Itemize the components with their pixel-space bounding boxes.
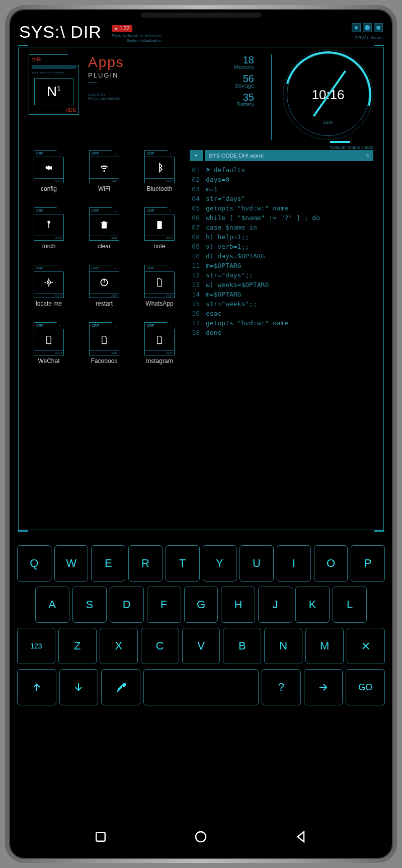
key-shift-down[interactable] [59,669,99,705]
app-label: torch [42,243,56,250]
header-title: SYS:\ DIR [19,22,102,42]
header-icon-1[interactable] [352,23,361,32]
app-label: WeChat [38,357,59,365]
app-icon: CRP ▾ GDR [34,150,64,183]
clock-widget[interactable]: 10:16 GDR [283,49,373,140]
key-g[interactable]: G [184,587,218,623]
nav-back[interactable] [294,829,309,846]
key-t[interactable]: T [166,545,200,582]
header-icon-2[interactable] [363,23,372,32]
app-icon: CRP ▾ GDR [89,207,119,241]
key-123[interactable]: 123 [17,628,55,664]
code-line: 02days=0 [190,175,373,184]
key-q[interactable]: Q [17,545,51,582]
key-shift-up[interactable] [17,669,56,705]
app-instagram[interactable]: CRP ▾ GDR Instagram [139,322,180,365]
app-icon: CRP ▾ GDR [144,150,175,183]
key-n[interactable]: N [264,628,302,664]
key-x[interactable]: X [100,628,138,664]
apps-desc: Look at thelife you can read this [88,93,124,101]
code-line: 04str="days" [190,194,373,203]
code-menu-icon[interactable]: ≡ [366,153,369,159]
app-wifi[interactable]: CRP ▾ GDR WiFi [84,150,124,192]
network-status: Network status stable [330,141,373,150]
code-line: 09 v) verb=1;; [190,242,373,251]
key-h[interactable]: H [221,587,255,623]
app-locate-me[interactable]: CRP ▾ GDR locate me [29,265,69,307]
code-line: 07 case $name in [190,223,373,232]
header-icon-3[interactable] [374,23,383,32]
key-l[interactable]: L [333,587,367,623]
code-dropdown[interactable] [190,150,203,161]
key-s[interactable]: S [72,587,107,623]
key-tools[interactable] [101,669,140,705]
key-w[interactable]: W [54,545,89,582]
app-icon: CRP ▾ GDR [34,207,64,241]
key-question[interactable]: ? [262,669,301,705]
key-k[interactable]: K [295,587,330,623]
n-card[interactable]: VIR slow network is detected N1 RDS [29,54,79,115]
code-line: 03m=1 [190,184,373,194]
app-restart[interactable]: CRP ▾ GDR restart [84,265,124,307]
storage-lbl: Storage [234,83,254,89]
app-label: note [153,243,165,250]
app-wechat[interactable]: CRP ▾ GDR WeChat [29,322,69,365]
key-go[interactable]: GO [346,669,385,705]
code-line: 18 done [190,328,373,337]
app-config[interactable]: CRP ▾ GDR config [29,150,69,192]
code-line: 14 m=$OPTARG [190,290,373,299]
key-j[interactable]: J [258,587,292,623]
key-m[interactable]: M [305,628,344,664]
key-arrow-right[interactable] [304,669,343,705]
key-space[interactable] [143,669,259,705]
key-c[interactable]: C [141,628,179,664]
app-bluetooth[interactable]: CRP ▾ GDR Bluetooth [139,150,180,192]
key-y[interactable]: Y [203,545,237,582]
key-b[interactable]: B [223,628,261,664]
app-icon: CRP ▾ GDR [144,265,175,298]
notch-bar [10,10,392,20]
nav-home[interactable] [193,829,208,846]
clock-gdr: GDR [323,120,333,125]
key-i[interactable]: I [277,545,311,582]
code-line: 08 h) help=1;; [190,232,373,242]
key-e[interactable]: E [91,545,125,582]
main-panel: VIR slow network is detected N1 RDS Apps… [18,47,384,530]
key-v[interactable]: V [182,628,220,664]
key-a[interactable]: A [35,587,69,623]
stats: 18 Memory 56 Storage 35 Battery [234,54,257,140]
app-icon: CRP ▾ GDR [144,322,175,355]
key-u[interactable]: U [239,545,274,582]
code-panel: SYS CODE DH\ worm ≡ 01# defaults02days=0… [190,150,373,365]
code-line: 16 esac [190,309,373,318]
app-facebook[interactable]: CRP ▾ GDR Facebook [84,322,124,365]
app-note[interactable]: CRP ▾ GDR note [139,207,180,250]
key-p[interactable]: P [351,545,385,582]
key-backspace[interactable] [347,628,385,664]
apps-sub: PLUGIN [88,71,124,79]
key-z[interactable]: Z [58,628,97,664]
code-line: 01# defaults [190,165,373,175]
app-label: locate me [36,300,62,307]
key-f[interactable]: F [147,587,181,623]
code-line: 05getopts "hvd:w:" name [190,203,373,213]
svg-point-3 [48,282,50,283]
version-badge: v. 1.32 [112,25,132,32]
app-clear[interactable]: CRP ▾ GDR clear [84,207,124,250]
app-icon: CRP ▾ GDR [89,150,119,183]
key-r[interactable]: R [128,545,163,582]
nav-recent[interactable] [93,829,108,846]
header-meta: v. 1.32 Slow network is detected System … [112,23,162,43]
keyboard: QWERTYUIOP ASDFGHJKL 123ZXCVBNM ?GO [10,545,392,710]
key-o[interactable]: O [314,545,348,582]
app-icon: CRP ▾ GDR [89,322,119,355]
code-title[interactable]: SYS CODE DH\ worm ≡ [205,150,373,161]
code-line: 17 getopts "hvd:w:" name [190,318,373,328]
key-d[interactable]: D [110,587,144,623]
app-label: Instagram [146,357,173,365]
code-line: 10 d) days=$OPTARG [190,251,373,261]
app-label: WhatsApp [145,300,173,307]
app-torch[interactable]: CRP ▾ GDR torch [29,207,69,250]
apps-title: Apps [88,54,124,70]
app-whatsapp[interactable]: CRP ▾ GDR WhatsApp [139,265,180,307]
